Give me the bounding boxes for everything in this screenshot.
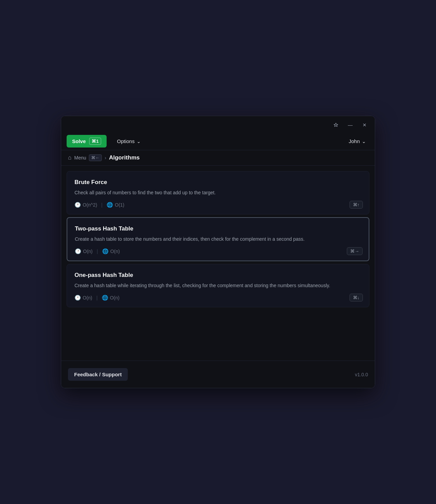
options-chevron-icon: ⌄ xyxy=(137,139,141,144)
space-complexity-one-pass-hash: 🌐 O(n) xyxy=(102,295,120,301)
feedback-button[interactable]: Feedback / Support xyxy=(68,368,128,381)
solve-shortcut-kbd: ⌘1 xyxy=(89,138,101,145)
algorithm-card-one-pass-hash[interactable]: One-pass Hash Table Create a hash table … xyxy=(67,264,369,307)
close-button[interactable]: ✕ xyxy=(360,120,369,130)
space-complexity-two-pass-hash: 🌐 O(n) xyxy=(102,248,120,254)
options-button[interactable]: Options ⌄ xyxy=(113,136,144,146)
globe-icon: 🌐 xyxy=(102,248,109,254)
user-chevron-icon: ⌄ xyxy=(362,139,366,144)
title-bar: — ✕ xyxy=(61,116,375,132)
user-menu-button[interactable]: John ⌄ xyxy=(345,136,369,146)
meta-separator: | xyxy=(96,295,98,300)
space-complexity-brute-force: 🌐 O(1) xyxy=(107,202,124,208)
header: Solve ⌘1 Options ⌄ John ⌄ xyxy=(61,132,375,150)
algorithm-card-two-pass-hash[interactable]: Two-pass Hash Table Create a hash table … xyxy=(67,217,369,261)
meta-separator: | xyxy=(101,202,103,208)
minimize-button[interactable]: — xyxy=(345,120,355,130)
globe-icon: 🌐 xyxy=(107,202,113,208)
pin-button[interactable] xyxy=(331,120,341,130)
algorithm-card-brute-force[interactable]: Brute Force Check all pairs of numbers t… xyxy=(67,171,369,214)
algo-desc-one-pass-hash: Create a hash table while iterating thro… xyxy=(74,282,362,289)
clock-icon: 🕐 xyxy=(74,295,81,301)
algo-title-two-pass-hash: Two-pass Hash Table xyxy=(75,225,361,232)
footer: Feedback / Support v1.0.0 xyxy=(61,361,375,388)
time-complexity-brute-force: 🕐 O(n^2) xyxy=(74,202,97,208)
time-complexity-one-pass-hash: 🕐 O(n) xyxy=(74,295,92,301)
clock-icon: 🕐 xyxy=(75,248,81,254)
version-label: v1.0.0 xyxy=(355,372,368,377)
solve-button[interactable]: Solve ⌘1 xyxy=(67,135,107,148)
breadcrumb-current-page: Algorithms xyxy=(109,154,140,161)
breadcrumb-separator: › xyxy=(105,155,106,160)
algorithms-list: Brute Force Check all pairs of numbers t… xyxy=(61,166,375,313)
algo-title-one-pass-hash: One-pass Hash Table xyxy=(74,272,362,279)
breadcrumb-menu-shortcut: ⌘← xyxy=(89,154,102,161)
clock-icon: 🕐 xyxy=(74,202,81,208)
algo-shortcut-two-pass-hash: ⌘→ xyxy=(347,247,363,255)
algo-shortcut-one-pass-hash: ⌘↓ xyxy=(350,294,363,302)
algo-desc-brute-force: Check all pairs of numbers to find the t… xyxy=(74,189,362,196)
home-icon[interactable]: ⌂ xyxy=(68,154,71,161)
breadcrumb-menu-link[interactable]: Menu xyxy=(74,155,86,160)
globe-icon: 🌐 xyxy=(102,295,108,301)
algo-meta-one-pass-hash: 🕐 O(n) | 🌐 O(n) xyxy=(74,295,362,301)
time-complexity-two-pass-hash: 🕐 O(n) xyxy=(75,248,93,254)
algo-meta-brute-force: 🕐 O(n^2) | 🌐 O(1) xyxy=(74,202,362,208)
algo-desc-two-pass-hash: Create a hash table to store the numbers… xyxy=(75,236,361,243)
algo-title-brute-force: Brute Force xyxy=(74,179,362,186)
algo-shortcut-brute-force: ⌘↑ xyxy=(350,201,363,209)
meta-separator: | xyxy=(97,249,98,254)
empty-area xyxy=(61,313,375,361)
main-window: — ✕ Solve ⌘1 Options ⌄ John ⌄ ⌂ Menu ⌘← … xyxy=(61,116,375,388)
algo-meta-two-pass-hash: 🕐 O(n) | 🌐 O(n) xyxy=(75,248,361,254)
breadcrumb: ⌂ Menu ⌘← › Algorithms xyxy=(61,150,375,166)
